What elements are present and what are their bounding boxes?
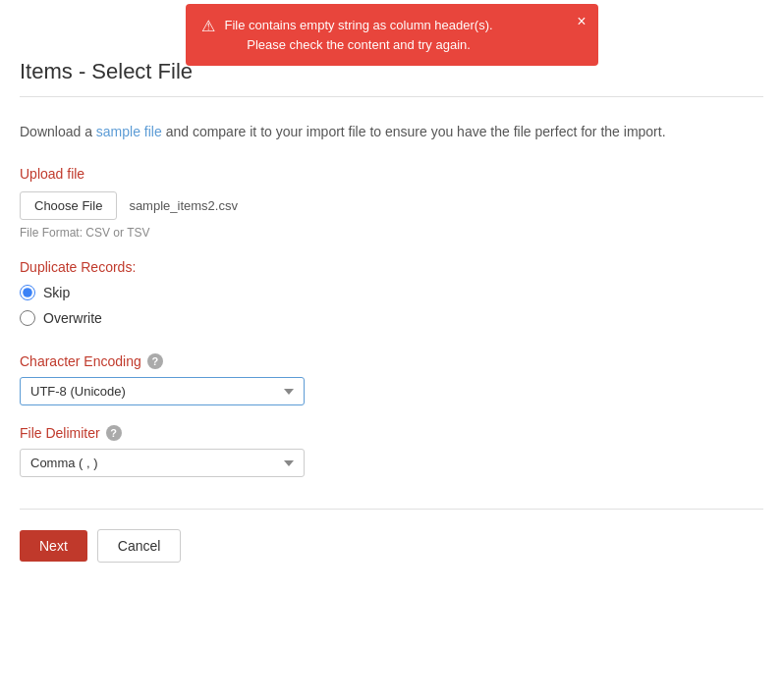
file-format-hint: File Format: CSV or TSV bbox=[20, 226, 763, 240]
error-close-button[interactable]: × bbox=[577, 14, 586, 29]
description-text: Download a sample file and compare it to… bbox=[20, 121, 763, 142]
file-input-row: Choose File sample_items2.csv bbox=[20, 191, 763, 220]
radio-overwrite-input[interactable] bbox=[20, 310, 35, 326]
main-content: Items - Select File Download a sample fi… bbox=[0, 0, 783, 582]
cancel-button[interactable]: Cancel bbox=[97, 529, 182, 563]
duplicate-section: Duplicate Records: Skip Overwrite bbox=[20, 259, 763, 326]
delimiter-section: File Delimiter ? Comma ( , ) Tab Semicol… bbox=[20, 425, 763, 477]
duplicate-label: Duplicate Records: bbox=[20, 259, 763, 275]
radio-skip-input[interactable] bbox=[20, 285, 35, 300]
error-message: File contains empty string as column hea… bbox=[225, 16, 493, 54]
action-buttons: Next Cancel bbox=[20, 509, 763, 563]
upload-label: Upload file bbox=[20, 166, 763, 182]
encoding-label-row: Character Encoding ? bbox=[20, 353, 763, 369]
radio-skip[interactable]: Skip bbox=[20, 285, 763, 300]
warning-icon: ⚠ bbox=[201, 17, 215, 35]
error-banner: ⚠ File contains empty string as column h… bbox=[186, 4, 598, 66]
encoding-label: Character Encoding bbox=[20, 353, 141, 369]
page-wrapper: ⚠ File contains empty string as column h… bbox=[0, 0, 783, 700]
encoding-select[interactable]: UTF-8 (Unicode) UTF-16 ISO-8859-1 bbox=[20, 377, 305, 405]
choose-file-button[interactable]: Choose File bbox=[20, 191, 117, 220]
next-button[interactable]: Next bbox=[20, 530, 87, 562]
delimiter-label: File Delimiter bbox=[20, 425, 100, 441]
sample-file-link[interactable]: sample file bbox=[96, 124, 162, 139]
encoding-section: Character Encoding ? UTF-8 (Unicode) UTF… bbox=[20, 353, 763, 405]
upload-section: Upload file Choose File sample_items2.cs… bbox=[20, 166, 763, 240]
radio-overwrite-label: Overwrite bbox=[43, 310, 102, 326]
radio-overwrite[interactable]: Overwrite bbox=[20, 310, 763, 326]
delimiter-help-icon: ? bbox=[106, 425, 122, 441]
duplicate-radio-group: Skip Overwrite bbox=[20, 285, 763, 326]
delimiter-select[interactable]: Comma ( , ) Tab Semicolon bbox=[20, 449, 305, 477]
delimiter-label-row: File Delimiter ? bbox=[20, 425, 763, 441]
file-name-display: sample_items2.csv bbox=[129, 198, 238, 213]
radio-skip-label: Skip bbox=[43, 285, 70, 300]
encoding-help-icon: ? bbox=[147, 353, 163, 369]
